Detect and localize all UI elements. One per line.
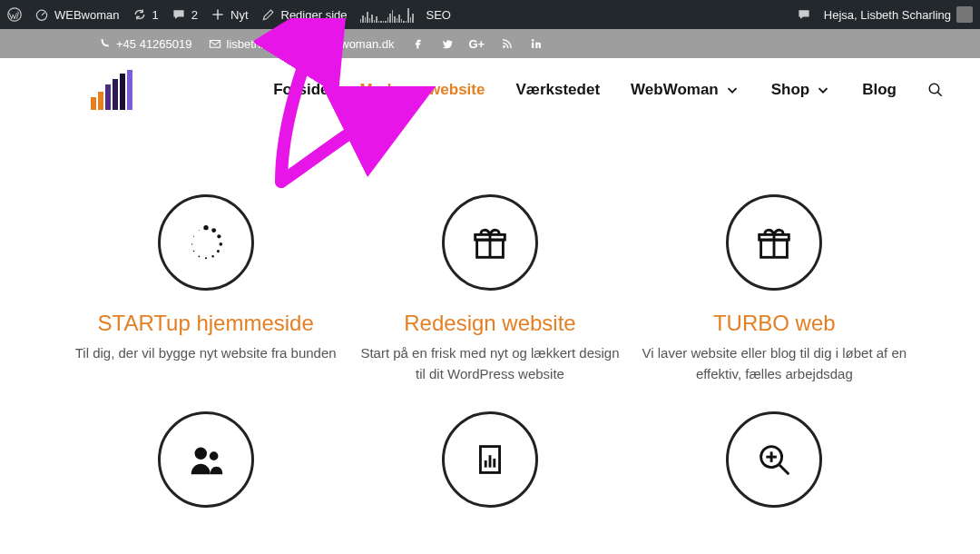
- account[interactable]: Hejsa, Lisbeth Scharling: [824, 6, 973, 23]
- card-redesign[interactable]: Redesign website Start på en frisk med n…: [354, 194, 626, 384]
- comment-icon: [172, 7, 186, 22]
- svg-rect-4: [532, 43, 534, 48]
- email-text: lisbeth.schar webwoman.dk: [227, 37, 395, 51]
- menu-webwoman[interactable]: WebWoman: [631, 81, 740, 99]
- pencil-icon: [261, 7, 276, 22]
- menu-shop[interactable]: Shop: [771, 81, 832, 99]
- comments[interactable]: 2: [172, 7, 198, 22]
- refresh-icon: [132, 7, 147, 22]
- menu-blog[interactable]: Blog: [862, 81, 897, 99]
- menu-vaerkstedet[interactable]: Værkstedet: [515, 81, 600, 99]
- gift-icon: [442, 194, 538, 291]
- zoom-in-icon[interactable]: [726, 411, 822, 508]
- updates-count: 1: [152, 8, 159, 22]
- svg-point-18: [198, 230, 199, 231]
- wordpress-icon: [7, 7, 22, 22]
- users-icon[interactable]: [158, 411, 254, 508]
- feature-cards-row2: [0, 393, 980, 508]
- feature-cards: STARTup hjemmeside Til dig, der vil bygg…: [0, 122, 980, 393]
- edit-label: Rediger side: [281, 8, 348, 22]
- gift-icon: [726, 194, 822, 291]
- chevron-down-icon: [724, 82, 740, 98]
- svg-line-32: [779, 465, 789, 475]
- svg-point-11: [217, 250, 220, 252]
- svg-point-3: [503, 45, 505, 48]
- email[interactable]: lisbeth.schar webwoman.dk: [209, 37, 395, 51]
- avatar: [956, 6, 973, 23]
- svg-point-15: [192, 251, 194, 252]
- menu-moderne-website[interactable]: Moderne website: [360, 81, 485, 99]
- social-twitter[interactable]: [440, 37, 453, 50]
- card-title: TURBO web: [638, 311, 910, 336]
- notifications[interactable]: [797, 7, 811, 22]
- twitter-icon: [440, 37, 453, 50]
- greeting-text: Hejsa, Lisbeth Scharling: [824, 8, 951, 22]
- social-google[interactable]: G+: [469, 37, 485, 51]
- social-linkedin[interactable]: [530, 37, 543, 50]
- linkedin-icon: [530, 37, 543, 50]
- contact-strip: +45 41265019 lisbeth.schar webwoman.dk G…: [0, 29, 980, 58]
- edit-page[interactable]: Rediger side: [261, 7, 348, 22]
- card-desc: Vi laver website eller blog til dig i lø…: [638, 343, 910, 384]
- svg-point-8: [211, 228, 216, 232]
- site-name[interactable]: WEBwoman: [34, 7, 120, 22]
- phone-text: +45 41265019: [116, 37, 192, 51]
- stats-sparkline[interactable]: [360, 6, 414, 23]
- card-startup[interactable]: STARTup hjemmeside Til dig, der vil bygg…: [70, 194, 342, 384]
- card-desc: Start på en frisk med nyt og lækkert des…: [354, 343, 626, 384]
- dashboard-icon: [34, 7, 49, 22]
- wp-admin-bar: WEBwoman 1 2 Nyt Rediger side: [0, 0, 980, 29]
- menu: Forside Moderne website Værkstedet WebWo…: [273, 81, 944, 99]
- svg-point-13: [205, 257, 207, 259]
- svg-point-25: [194, 448, 206, 460]
- chevron-down-icon: [815, 82, 831, 98]
- card-title: STARTup hjemmeside: [70, 311, 342, 336]
- social-rss[interactable]: [501, 37, 514, 50]
- new-content[interactable]: Nyt: [211, 7, 249, 22]
- phone-icon: [98, 37, 111, 50]
- search-icon: [927, 82, 944, 98]
- phone[interactable]: +45 41265019: [98, 37, 192, 51]
- menu-forside[interactable]: Forside: [273, 81, 328, 99]
- social-facebook[interactable]: [411, 37, 424, 50]
- svg-point-9: [217, 234, 220, 238]
- chart-doc-icon[interactable]: [442, 411, 538, 508]
- svg-point-17: [193, 236, 194, 237]
- svg-point-26: [209, 451, 218, 460]
- card-desc: Til dig, der vil bygge nyt website fra b…: [70, 343, 342, 364]
- wp-logo[interactable]: [7, 7, 22, 22]
- main-nav: Forside Moderne website Værkstedet WebWo…: [0, 58, 980, 122]
- search-button[interactable]: [927, 82, 944, 98]
- svg-point-16: [191, 243, 192, 244]
- card-turbo[interactable]: TURBO web Vi laver website eller blog ti…: [638, 194, 910, 384]
- svg-point-7: [203, 225, 208, 230]
- logo[interactable]: [91, 70, 132, 110]
- rss-icon: [501, 37, 514, 50]
- loader-icon: [158, 194, 254, 291]
- svg-point-10: [219, 242, 222, 246]
- site-name-text: WEBwoman: [54, 8, 120, 22]
- new-label: Nyt: [230, 8, 249, 22]
- card-title: Redesign website: [354, 311, 626, 336]
- seo[interactable]: SEO: [426, 8, 451, 22]
- updates[interactable]: 1: [132, 7, 159, 22]
- comments-count: 2: [191, 8, 198, 22]
- comment-icon: [797, 7, 811, 22]
- facebook-icon: [411, 37, 424, 50]
- mail-icon: [209, 37, 221, 50]
- svg-rect-2: [210, 41, 220, 48]
- svg-point-12: [211, 255, 213, 257]
- seo-label: SEO: [426, 8, 451, 22]
- svg-point-14: [198, 255, 200, 257]
- svg-point-6: [929, 84, 939, 94]
- plus-icon: [211, 7, 225, 22]
- sparkline-icon: [360, 6, 414, 23]
- svg-point-5: [532, 39, 534, 42]
